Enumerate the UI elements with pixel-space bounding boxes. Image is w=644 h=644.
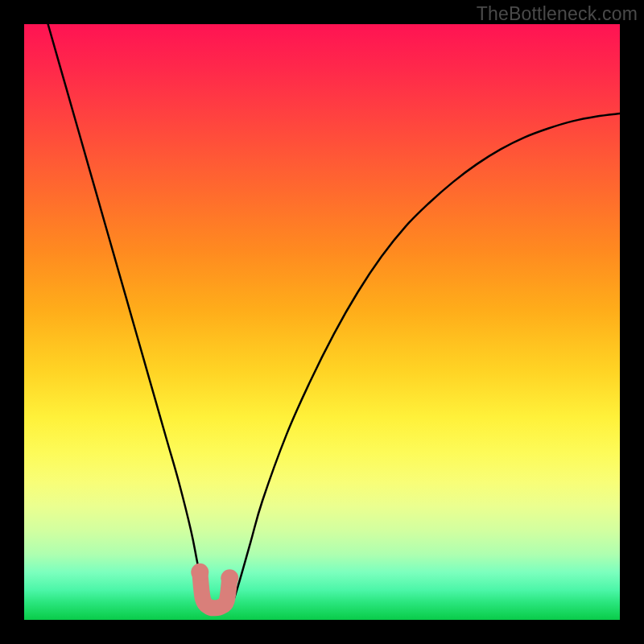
chart-frame: TheBottleneck.com: [0, 0, 644, 644]
chart-svg: [24, 24, 620, 620]
highlight-end-dot: [221, 569, 238, 587]
watermark-text: TheBottleneck.com: [477, 3, 638, 25]
bottleneck-curve: [48, 24, 620, 609]
plot-area: [24, 24, 620, 620]
highlight-start-dot: [191, 564, 208, 581]
